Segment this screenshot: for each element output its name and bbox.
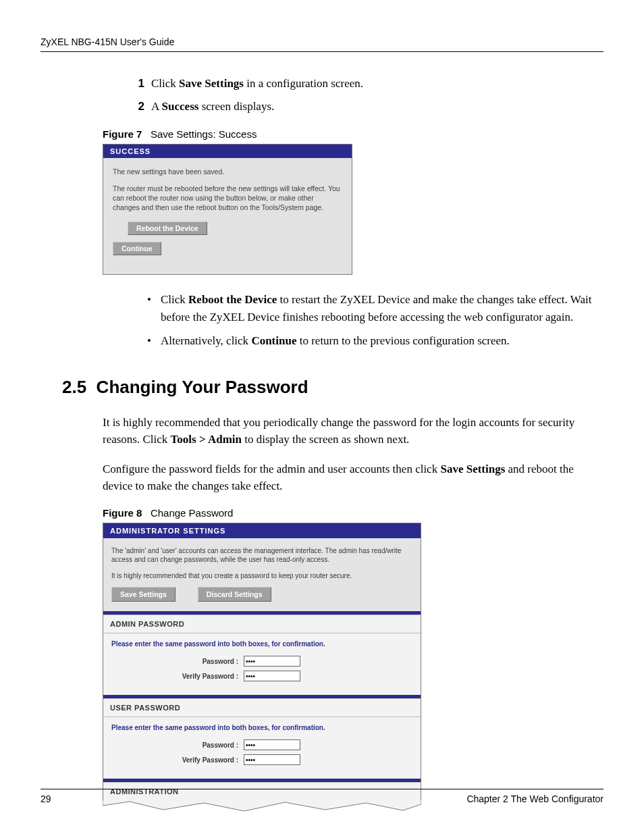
user-verify-password-input[interactable] xyxy=(244,754,300,765)
password-label: Password : xyxy=(111,658,244,665)
admin-settings-titlebar: ADMINISTRATOR SETTINGS xyxy=(103,523,421,538)
intro-text-2: It is highly recommended that you create… xyxy=(111,571,412,581)
figure8-caption: Figure 8 Change Password xyxy=(103,507,603,519)
user-password-input[interactable] xyxy=(244,739,300,750)
bullet-mark: • xyxy=(147,332,154,350)
bullet-item: • Alternatively, click Continue to retur… xyxy=(147,332,603,350)
post-figure-bullets: • Click Reboot the Device to restart the… xyxy=(147,291,603,350)
page-number: 29 xyxy=(41,793,51,804)
confirm-prompt: Please enter the same password into both… xyxy=(111,724,412,731)
section-heading: 2.5 Changing Your Password xyxy=(62,377,603,398)
step-number: 1 xyxy=(135,75,144,93)
confirm-prompt: Please enter the same password into both… xyxy=(111,640,412,648)
intro-text-1: The 'admin' and 'user' accounts can acce… xyxy=(111,546,412,565)
admin-password-header: ADMIN PASSWORD xyxy=(103,615,421,633)
bullet-text: Alternatively, click Continue to return … xyxy=(161,332,510,350)
reboot-device-button[interactable]: Reboot the Device xyxy=(128,221,207,235)
chapter-label: Chapter 2 The Web Configurator xyxy=(466,793,603,804)
step-1: 1 Click Save Settings in a configuration… xyxy=(135,75,603,93)
verify-password-label: Verify Password : xyxy=(111,756,244,764)
saved-message: The new settings have been saved. xyxy=(113,167,342,176)
step-text: A Success screen displays. xyxy=(151,98,274,115)
figure7-panel: SUCCESS The new settings have been saved… xyxy=(103,144,352,276)
admin-password-input[interactable] xyxy=(244,656,300,667)
success-titlebar: SUCCESS xyxy=(103,145,352,158)
running-header: ZyXEL NBG-415N User's Guide xyxy=(41,36,603,52)
figure7-caption: Figure 7 Save Settings: Success xyxy=(103,128,603,140)
admin-verify-password-input[interactable] xyxy=(244,671,300,681)
save-settings-button[interactable]: Save Settings xyxy=(111,587,176,602)
step-number: 2 xyxy=(135,98,144,115)
bullet-text: Click Reboot the Device to restart the Z… xyxy=(161,291,603,325)
ordered-steps: 1 Click Save Settings in a configuration… xyxy=(135,75,603,116)
reboot-message: The router must be rebooted before the n… xyxy=(113,184,342,213)
bullet-mark: • xyxy=(147,291,154,325)
discard-settings-button[interactable]: Discard Settings xyxy=(198,587,271,602)
paragraph: Configure the password fields for the ad… xyxy=(103,461,603,495)
step-2: 2 A Success screen displays. xyxy=(135,98,603,115)
page-footer: 29 Chapter 2 The Web Configurator xyxy=(41,789,603,804)
password-label: Password : xyxy=(111,741,244,749)
step-text: Click Save Settings in a configuration s… xyxy=(151,75,363,93)
paragraph: It is highly recommended that you period… xyxy=(103,414,603,448)
verify-password-label: Verify Password : xyxy=(111,673,244,680)
user-password-header: USER PASSWORD xyxy=(103,698,421,717)
bullet-item: • Click Reboot the Device to restart the… xyxy=(147,291,603,325)
figure8-panel: ADMINISTRATOR SETTINGS The 'admin' and '… xyxy=(103,523,421,801)
continue-button[interactable]: Continue xyxy=(113,242,161,255)
